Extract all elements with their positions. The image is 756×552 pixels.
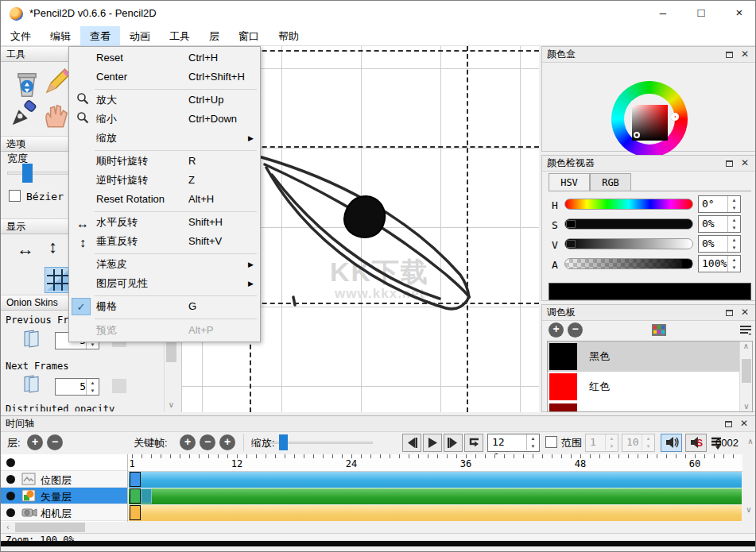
alpha-spinbox[interactable]: 100% ▲▼ [698,255,741,272]
add-layer-button[interactable]: + [27,434,43,450]
tab-hsv[interactable]: HSV [549,173,590,191]
saturation-spinbox[interactable]: 0% ▲▼ [698,215,741,233]
duplicate-keyframe-button[interactable]: + [219,434,235,450]
pen-tool-icon[interactable] [9,98,39,129]
range-checkbox[interactable] [545,436,557,448]
timeline-ruler[interactable]: 1 12 24 36 48 60 [128,454,742,472]
layer-row-camera[interactable]: 相机层 [1,504,127,521]
track-bitmap[interactable] [129,472,742,488]
remove-layer-button[interactable]: − [47,434,63,450]
menu-item-reset[interactable]: Reset Ctrl+H [69,48,260,68]
menu-item-flip-horizontal[interactable]: ↔ 水平反转 Shift+H [69,213,260,232]
next-onion-color-button[interactable] [112,379,126,393]
menu-item-rotate-cw[interactable]: 顺时针旋转 R [69,152,260,171]
close-panel-icon[interactable]: ✕ [739,307,751,318]
close-panel-icon[interactable]: ✕ [739,49,751,60]
flip-horizontal-icon[interactable]: ↔ [17,239,34,260]
grid-toggle-button[interactable] [45,267,72,293]
menu-item-zoom-out[interactable]: 缩小 Ctrl+Down [69,110,260,129]
scroll-up-icon[interactable]: ∧ [740,342,752,350]
layer-row-vector[interactable]: 矢量层 [1,488,127,504]
remove-color-button[interactable]: − [568,322,583,338]
keyframe[interactable] [130,488,141,504]
add-color-button[interactable]: + [549,322,564,338]
scroll-left-icon[interactable]: ‹ [2,523,14,531]
bucket-tool-icon[interactable] [12,70,42,100]
previous-frame-button[interactable] [402,434,421,452]
scroll-down-icon[interactable]: ∨ [743,505,754,514]
hscrollbar-thumb[interactable] [15,523,85,532]
alpha-slider[interactable] [564,258,693,269]
scroll-up-icon[interactable]: ∧ [745,437,756,446]
alpha-spin-arrows[interactable]: ▲▼ [727,256,740,272]
fps-spinbox[interactable]: 12 fps ▲▼ [487,434,540,452]
hue-spin-arrows[interactable]: ▲▼ [727,196,740,212]
menu-edit[interactable]: 编辑 [41,26,80,46]
visibility-all-dot[interactable] [6,458,15,467]
add-keyframe-button[interactable]: + [180,434,196,450]
timeline-horizontal-scrollbar[interactable]: ‹ [1,522,755,533]
range-end-arrows[interactable]: ▲▼ [642,434,654,450]
sv-selector-circle[interactable] [634,132,640,138]
color-wheel[interactable] [611,81,688,157]
close-panel-icon[interactable]: ✕ [739,158,751,169]
hand-tool-icon[interactable] [41,102,71,132]
menu-item-onion-skin[interactable]: 洋葱皮 ▶ [69,255,260,274]
menu-tools[interactable]: 工具 [160,26,200,46]
float-panel-icon[interactable] [723,49,735,60]
range-end-spinbox[interactable]: 10 ▲▼ [622,434,655,452]
bezier-checkbox[interactable] [9,190,21,202]
layer-row-bitmap[interactable]: 位图层 [1,471,127,488]
hue-slider[interactable] [564,199,693,210]
keyframe[interactable] [130,505,141,520]
menu-item-preview[interactable]: 预览 Alt+P [69,321,260,340]
menu-item-grid[interactable]: ✓ 栅格 G [69,297,260,316]
saturation-spin-arrows[interactable]: ▲▼ [727,216,740,232]
menu-animation[interactable]: 动画 [120,26,160,46]
keyframe-current[interactable] [141,488,152,504]
fps-spin-arrows[interactable]: ▲▼ [526,434,539,450]
keyframe[interactable] [130,472,141,487]
minimize-button[interactable]: – [646,1,680,25]
float-panel-icon[interactable] [722,419,735,430]
close-button[interactable]: × [723,1,756,25]
timeline-zoom-slider-handle[interactable] [279,434,288,450]
menu-window[interactable]: 窗口 [229,26,269,46]
sound-scrub-button[interactable]: S [685,434,707,452]
menu-layer[interactable]: 层 [200,26,229,46]
value-spin-arrows[interactable]: ▲▼ [727,236,740,252]
visibility-dot[interactable] [6,492,15,500]
next-frames-spinbox[interactable]: 5 ▲▼ [55,378,99,396]
hue-selector-ring[interactable] [671,113,679,121]
menu-item-zoom-in[interactable]: 放大 Ctrl+Up [69,91,260,110]
next-frames-spin-arrows[interactable]: ▲▼ [86,379,99,395]
range-start-arrows[interactable]: ▲▼ [605,434,618,450]
palette-grid-icon[interactable] [652,324,666,336]
menu-item-zoom-submenu[interactable]: 缩放 ▶ [69,129,260,148]
next-frame-button[interactable] [444,434,463,452]
float-panel-icon[interactable] [723,158,735,169]
menu-file[interactable]: 文件 [1,26,41,46]
sound-toggle-button[interactable] [661,434,682,452]
visibility-dot[interactable] [6,475,15,484]
palette-row-black[interactable]: 黑色 [548,342,752,372]
menu-item-rotate-ccw[interactable]: 逆时针旋转 Z [69,171,260,190]
palette-row-red[interactable]: 红色 [548,372,752,402]
value-slider[interactable] [564,238,693,249]
scroll-down-icon[interactable]: ∨ [165,400,178,409]
remove-keyframe-button[interactable]: − [200,434,215,450]
scroll-down-icon[interactable]: ∨ [740,402,753,411]
value-slider-handle[interactable] [566,240,576,248]
saturation-slider[interactable] [564,218,693,230]
tab-rgb[interactable]: RGB [590,173,631,191]
menu-item-center[interactable]: Center Ctrl+Shift+H [69,68,260,87]
range-start-spinbox[interactable]: 1 ▲▼ [585,434,618,452]
track-camera[interactable] [129,505,742,521]
track-vector[interactable] [129,488,742,504]
palette-row-darkred[interactable] [548,402,752,412]
hue-spinbox[interactable]: 0° ▲▼ [698,195,741,213]
palette-menu-icon[interactable] [739,324,752,337]
palette-scrollbar-thumb[interactable] [742,359,751,383]
width-slider-handle[interactable] [22,164,33,183]
visibility-dot[interactable] [6,508,15,517]
